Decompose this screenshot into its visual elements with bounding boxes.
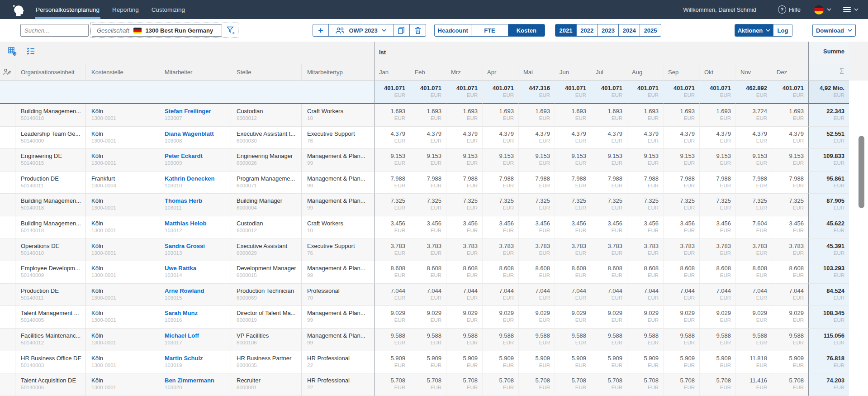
filter-button[interactable]: x — [224, 24, 237, 37]
month-column-header: Nov — [736, 64, 772, 81]
employee-link[interactable]: Martin Schulz — [165, 355, 203, 362]
month-value-cell: 1.693EUR — [519, 104, 555, 127]
month-value-cell: 7.044EUR — [555, 284, 591, 306]
vertical-scrollbar-thumb[interactable] — [859, 136, 864, 208]
chevron-down-icon — [827, 8, 831, 11]
plan-version-select[interactable]: OWP 2023 — [328, 24, 394, 36]
checklist-button[interactable] — [27, 47, 35, 55]
month-value-cell: 5.708EUR — [555, 373, 591, 396]
view-mode-fte[interactable]: FTE — [471, 24, 508, 36]
employee-link[interactable]: Peter Eckardt — [165, 153, 203, 159]
year-2022[interactable]: 2022 — [576, 24, 598, 36]
help-button[interactable]: ? Hilfe — [778, 5, 801, 14]
view-mode-kosten[interactable]: Kosten — [508, 24, 545, 36]
actions-button[interactable]: Aktionen — [735, 24, 773, 36]
employee-link[interactable]: Arne Rowland — [165, 287, 204, 294]
column-header-stelle[interactable]: Stelle — [231, 64, 302, 81]
month-value-cell: 3.783EUR — [772, 239, 808, 262]
row-select-cell — [0, 172, 15, 194]
month-value-cell: 7.988EUR — [627, 172, 664, 194]
tab-customizing[interactable]: Customizing — [145, 0, 191, 19]
cost-center-cell: Köln1300-0001 — [86, 239, 159, 262]
year-2021[interactable]: 2021 — [555, 24, 576, 36]
month-value-cell: 8.608EUR — [664, 261, 700, 284]
language-selector[interactable] — [814, 5, 831, 14]
month-value-cell: 3.724EUR — [736, 104, 772, 127]
year-2023[interactable]: 2023 — [598, 24, 619, 36]
column-header-mitarbeitertyp[interactable]: Mitarbeitertyp — [302, 64, 374, 81]
view-mode-headcount[interactable]: Headcount — [435, 24, 471, 36]
search-input[interactable] — [20, 24, 89, 37]
year-2024[interactable]: 2024 — [618, 24, 640, 36]
log-button[interactable]: Log — [773, 24, 792, 36]
row-select-cell — [0, 104, 15, 127]
org-unit-cell: Building Managemen...50140018 — [15, 216, 86, 239]
table-settings-button[interactable] — [8, 47, 17, 56]
month-value-cell: 8.608EUR — [555, 261, 591, 284]
funnel-icon: x — [227, 26, 235, 35]
edit-column-header[interactable] — [0, 64, 15, 81]
month-value-cell: 9.588EUR — [627, 329, 664, 351]
month-value-cell: 7.325EUR — [519, 194, 555, 216]
month-value-cell: 3.783EUR — [555, 239, 591, 262]
month-value-cell: 9.588EUR — [519, 329, 555, 351]
copy-plan-button[interactable] — [394, 24, 410, 36]
month-value-cell: 5.708EUR — [483, 373, 519, 396]
month-value-cell: 7.325EUR — [627, 194, 664, 216]
month-value-cell: 7.988EUR — [519, 172, 555, 194]
chevron-down-icon — [382, 29, 386, 32]
employee-link[interactable]: Michael Loff — [165, 332, 199, 339]
month-value-cell: 3.783EUR — [591, 239, 627, 262]
employee-link[interactable]: Stefan Freilinger — [165, 108, 211, 115]
row-total-cell: 95.861EUR — [808, 172, 849, 194]
employee-link[interactable]: Matthias Helob — [165, 220, 206, 227]
company-filter[interactable]: Gesellschaft 1300 Best Run Germany x — [90, 23, 238, 38]
employee-link[interactable]: Ben Zimmermann — [165, 377, 214, 384]
column-header-organisationseinheit[interactable]: Organisationseinheit — [15, 64, 86, 81]
month-value-cell: 4.379EUR — [627, 127, 664, 149]
month-value-cell: 5.708EUR — [446, 373, 483, 396]
tab-reporting[interactable]: Reporting — [106, 0, 145, 19]
column-header-mitarbeiter[interactable]: Mitarbeiter — [159, 64, 231, 81]
month-value-cell: 9.153EUR — [374, 149, 410, 172]
add-plan-button[interactable]: + — [313, 24, 328, 36]
column-header-kostenstelle[interactable]: Kostenstelle — [86, 64, 159, 81]
org-unit-cell: HR Business Office DE50140003 — [15, 351, 86, 374]
employee-cell: Uwe Rattka103014 — [159, 261, 231, 284]
month-value-cell: 8.608EUR — [410, 261, 446, 284]
company-value: 1300 Best Run Germany — [146, 27, 213, 34]
employee-link[interactable]: Kathrin Denecken — [165, 175, 215, 182]
month-value-cell: 4.379EUR — [410, 127, 446, 149]
month-value-cell: 7.325EUR — [591, 194, 627, 216]
year-2025[interactable]: 2025 — [640, 24, 661, 36]
trash-icon — [415, 27, 421, 34]
employee-link[interactable]: Sarah Munz — [165, 310, 198, 316]
month-value-cell: 4.379EUR — [374, 127, 410, 149]
employee-cell: Diana Wagenblatt103008 — [159, 127, 231, 149]
month-value-cell: 9.153EUR — [627, 149, 664, 172]
employee-link[interactable]: Sandra Grossi — [165, 243, 205, 249]
month-column-header: Mrz — [446, 64, 483, 81]
employee-link[interactable]: Diana Wagenblatt — [165, 130, 214, 137]
position-cell: VP Facilities6000106 — [231, 329, 302, 351]
month-value-cell: 9.153EUR — [736, 149, 772, 172]
month-value-cell: 9.153EUR — [446, 149, 483, 172]
summary-empty-cell — [0, 81, 15, 104]
employee-cell: Martin Schulz103019 — [159, 351, 231, 374]
employee-link[interactable]: Uwe Rattka — [165, 265, 196, 272]
month-value-cell: 7.988EUR — [772, 172, 808, 194]
company-field[interactable]: Gesellschaft 1300 Best Run Germany — [92, 24, 222, 37]
row-total-cell: 108.345EUR — [808, 306, 849, 329]
sum-column-header: Σ — [808, 64, 849, 81]
month-value-cell: 7.325EUR — [664, 194, 700, 216]
month-value-cell: 4.379EUR — [446, 127, 483, 149]
month-column-header: Apr — [483, 64, 519, 81]
tab-personalkostenplanung[interactable]: Personalkostenplanung — [29, 0, 106, 19]
cost-center-cell: Köln1300-0001 — [86, 149, 159, 172]
employee-link[interactable]: Thomas Herb — [165, 197, 202, 204]
download-button[interactable]: Download — [812, 24, 856, 37]
delete-plan-button[interactable] — [409, 24, 426, 36]
cost-center-cell: Frankfurt1300-0004 — [86, 172, 159, 194]
month-value-cell: 7.988EUR — [410, 172, 446, 194]
overflow-menu-button[interactable] — [843, 6, 859, 13]
